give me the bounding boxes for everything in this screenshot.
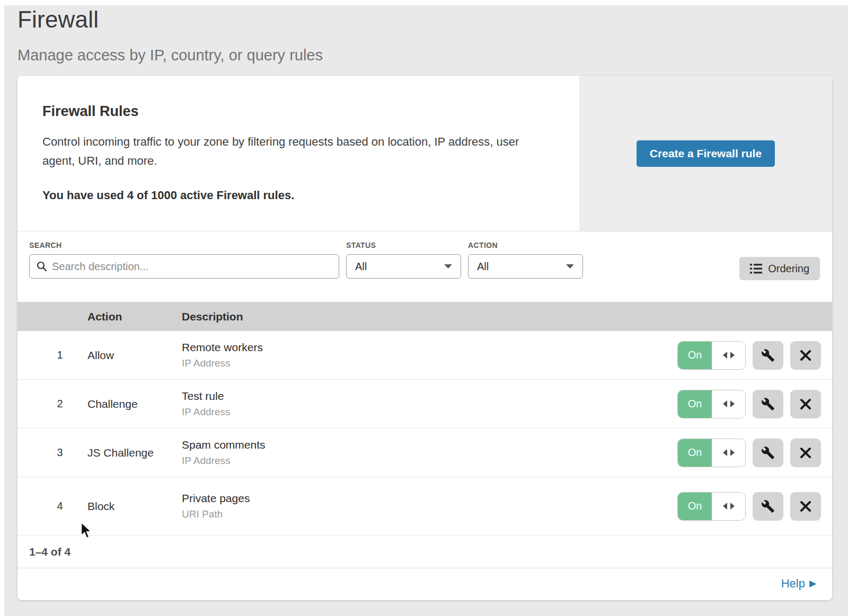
ordering-button-label: Ordering — [768, 263, 809, 275]
table-header: Action Description — [17, 302, 832, 331]
delete-rule-button[interactable] — [790, 439, 821, 467]
action-select[interactable]: All — [468, 254, 583, 279]
action-label: ACTION — [468, 241, 583, 249]
caret-right-icon: ▶ — [809, 578, 816, 589]
table-row: 1 Allow Remote workers IP Address On — [17, 331, 832, 380]
toggle-on-label: On — [678, 493, 712, 520]
status-label: STATUS — [346, 241, 461, 249]
wrench-icon — [761, 446, 775, 460]
pagination: 1–4 of 4 — [17, 535, 832, 568]
column-header-action: Action — [87, 310, 182, 323]
rule-description: Spam comments — [182, 439, 677, 451]
pagination-range: 1–4 of 4 — [29, 546, 70, 558]
toggle-on-label: On — [678, 342, 712, 369]
wrench-icon — [761, 397, 775, 411]
rule-match-type: IP Address — [182, 455, 677, 467]
rule-priority: 2 — [32, 398, 87, 410]
status-select-value: All — [355, 261, 444, 273]
close-icon — [800, 447, 811, 459]
filters-bar: SEARCH STATUS All — [17, 231, 832, 302]
toggle-on-label: On — [678, 439, 712, 467]
delete-rule-button[interactable] — [790, 492, 821, 521]
rule-enabled-toggle[interactable]: On — [677, 492, 746, 521]
page-background: Firewall Manage access by IP, country, o… — [4, 5, 848, 616]
delete-rule-button[interactable] — [790, 390, 821, 418]
wrench-icon — [761, 349, 775, 362]
close-icon — [800, 501, 811, 512]
rule-description: Private pages — [182, 492, 677, 505]
rule-action: Allow — [87, 349, 182, 362]
toggle-arrows-icon — [712, 493, 745, 520]
rule-priority: 1 — [32, 349, 87, 361]
rule-description: Test rule — [182, 390, 677, 403]
rule-priority: 4 — [32, 500, 87, 512]
status-select[interactable]: All — [346, 254, 461, 279]
rule-match-type: IP Address — [182, 406, 677, 418]
page-title: Firewall — [17, 6, 848, 33]
chevron-down-icon — [566, 264, 574, 269]
ordering-list-icon — [750, 264, 762, 274]
card-footer: Help ▶ — [17, 568, 832, 599]
wrench-icon — [761, 499, 775, 513]
edit-rule-button[interactable] — [753, 439, 783, 467]
rules-usage-text: You have used 4 of 1000 active Firewall … — [42, 189, 547, 202]
chevron-down-icon — [444, 264, 452, 269]
rule-action: JS Challenge — [87, 447, 182, 459]
rule-enabled-toggle[interactable]: On — [677, 341, 746, 370]
firewall-rules-description: Control incoming traffic to your zone by… — [42, 132, 546, 171]
close-icon — [800, 398, 811, 410]
rule-description: Remote workers — [182, 341, 677, 354]
table-row: 2 Challenge Test rule IP Address On — [17, 380, 832, 428]
toggle-on-label: On — [678, 390, 712, 418]
close-icon — [800, 350, 811, 361]
firewall-rules-heading: Firewall Rules — [42, 103, 547, 120]
table-row: 4 Block Private pages URI Path On — [17, 477, 832, 535]
edit-rule-button[interactable] — [753, 492, 783, 521]
column-header-description: Description — [182, 310, 832, 323]
edit-rule-button[interactable] — [753, 341, 783, 370]
edit-rule-button[interactable] — [753, 390, 783, 418]
toggle-arrows-icon — [712, 439, 745, 467]
search-box[interactable] — [29, 254, 339, 279]
search-label: SEARCH — [29, 241, 339, 249]
action-select-value: All — [477, 261, 566, 273]
page-subtitle: Manage access by IP, country, or query r… — [17, 47, 848, 64]
ordering-button[interactable]: Ordering — [739, 257, 820, 280]
delete-rule-button[interactable] — [790, 341, 821, 370]
rule-match-type: URI Path — [182, 508, 677, 520]
create-firewall-rule-button[interactable]: Create a Firewall rule — [637, 140, 775, 167]
toggle-arrows-icon — [712, 342, 745, 369]
table-row: 3 JS Challenge Spam comments IP Address … — [17, 428, 832, 477]
rule-action: Challenge — [87, 398, 182, 410]
rule-priority: 3 — [32, 447, 87, 459]
help-link-label: Help — [781, 577, 805, 591]
rule-enabled-toggle[interactable]: On — [677, 439, 746, 467]
rule-action: Block — [87, 500, 182, 513]
help-link[interactable]: Help ▶ — [781, 577, 816, 591]
toggle-arrows-icon — [712, 390, 745, 418]
rule-match-type: IP Address — [182, 358, 677, 369]
search-icon — [36, 261, 48, 272]
rule-enabled-toggle[interactable]: On — [677, 390, 746, 418]
search-input[interactable] — [52, 261, 332, 273]
firewall-card: Firewall Rules Control incoming traffic … — [17, 76, 832, 600]
firewall-rules-summary: Firewall Rules Control incoming traffic … — [17, 76, 832, 231]
